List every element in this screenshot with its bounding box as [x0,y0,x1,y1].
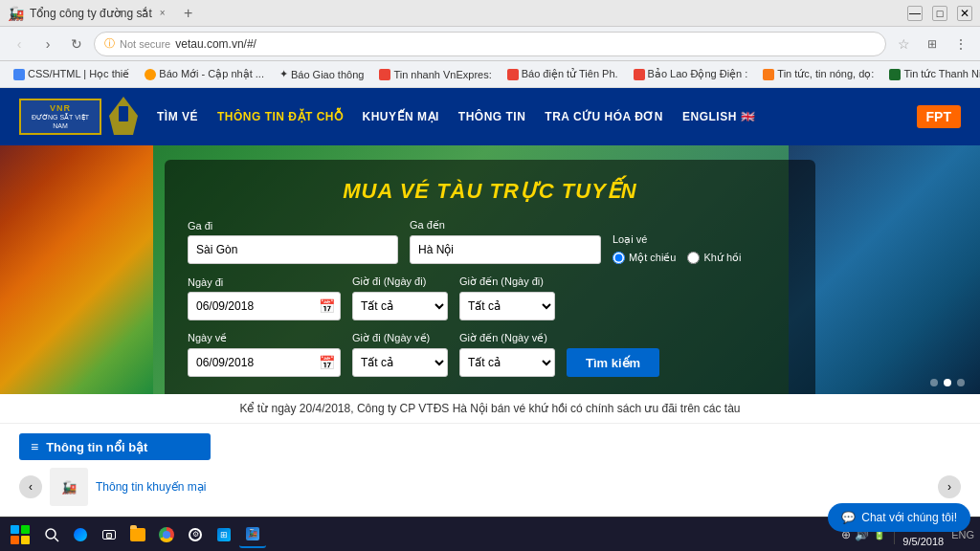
search-button[interactable]: Tìm kiếm [567,348,659,377]
radio-khu-hoi-input[interactable] [687,252,700,264]
explorer-icon [130,528,145,541]
carousel-dot-3[interactable] [957,379,965,386]
booking-form: MUA VÉ TÀU TRỰC TUYẾN Ga đi Ga đến Loại … [165,160,815,394]
nav-thong-tin-dat-cho[interactable]: THÔNG TIN ĐẶT CHỖ [217,110,344,123]
windows-icon [11,525,30,544]
gio-di-ngay-ve-label: Giờ đi (Ngày về) [352,332,448,344]
taskbar-pinned-icons: ⚙ ⊞ 🚂 [38,521,266,548]
lock-icon: ⓘ [104,36,115,51]
ngay-ve-input-wrapper: 📅 [188,348,341,377]
taskbar-active-app[interactable]: 🚂 [239,521,266,548]
gio-den-ngay-ve-label: Giờ đến (Ngày về) [459,332,555,344]
radio-khu-hoi[interactable]: Khứ hồi [687,252,741,264]
ngay-ve-group: Ngày về 📅 [188,332,341,377]
ga-di-input[interactable] [188,235,398,264]
bookmark-tintuc[interactable]: Tin tức, tin nóng, dọ: [757,66,880,82]
gio-den-ngay-di-group: Giờ đến (Ngày đi) Tất cả [459,276,555,320]
forward-btn[interactable]: › [36,33,59,55]
gio-di-ngay-ve-group: Giờ đi (Ngày về) Tất cả [352,332,448,377]
carousel-dot-2[interactable] [944,379,951,386]
address-input-bar[interactable]: ⓘ Not secure vetau.com.vn/#/ [94,32,886,56]
gio-den-ngay-di-select[interactable]: Tất cả [459,292,555,320]
bookmark-baogiaothong[interactable]: ✦ Báo Giao thông [274,66,369,82]
refresh-btn[interactable]: ↻ [65,33,88,55]
bookmark-thanhnien[interactable]: Tin tức Thanh Niên C [883,66,980,82]
taskbar-store[interactable]: ⊞ [211,521,237,548]
bookmark-icon [763,69,774,80]
logo-company-text: ĐƯỜNG SẮT VIỆT NAM [27,113,94,130]
bookmark-vnexpress[interactable]: Tin nhanh VnExpres: [373,67,497,82]
minimize-btn[interactable]: — [907,6,923,21]
gio-di-ngay-di-select[interactable]: Tất cả [352,292,448,320]
train-icon: 🚂 [61,480,77,495]
taskbar-file-explorer[interactable] [124,521,151,548]
loai-ve-group: Loại vé Một chiều Khứ hồi [612,233,742,264]
ga-di-label: Ga đi [188,220,398,231]
news-ticker: Kể từ ngày 20/4/2018, Công ty CP VTĐS Hà… [0,394,980,424]
bookmark-baomoi[interactable]: Báo Mới - Cập nhật ... [139,66,270,82]
ga-den-group: Ga đến [410,219,601,264]
section-header: ≡ Thông tin nổi bật [19,433,211,460]
address-bar: ‹ › ↻ ⓘ Not secure vetau.com.vn/#/ ☆ ⊞ ⋮ [0,27,980,61]
taskbar-settings[interactable]: ⚙ [182,521,209,548]
ngay-ve-input[interactable] [188,348,341,377]
news-ticker-text: Kể từ ngày 20/4/2018, Công ty CP VTĐS Hà… [239,402,740,415]
extensions-btn[interactable]: ⊞ [921,33,944,55]
gio-di-ngay-ve-select[interactable]: Tất cả [352,348,448,377]
ngay-di-group: Ngày đi 📅 [188,276,341,320]
bookmark-icon [889,69,901,80]
nav-tim-ve[interactable]: TÌM VÉ [157,110,198,123]
start-button[interactable] [6,521,34,548]
chrome-icon [159,527,174,542]
right-accent [789,145,980,394]
bookmark-laodong[interactable]: Bảo Lao Động Điện : [628,66,754,82]
form-row-1: Ga đi Ga đến Loại vé Một chiều [188,219,792,264]
calendar-icon-ngay-ve[interactable]: 📅 [319,355,335,370]
svg-point-1 [46,529,56,539]
chat-button[interactable]: 💬 Chat với chúng tôi! [828,503,970,532]
carousel-dots [930,379,965,386]
section-icon: ≡ [31,439,38,454]
ngay-di-input[interactable] [188,292,341,320]
bookmark-tienphong[interactable]: Báo điện tử Tiên Ph. [501,66,624,82]
site-header: VNR ĐƯỜNG SẮT VIỆT NAM TÌM VÉ THÔNG TIN … [0,88,980,145]
calendar-icon-ngay-di[interactable]: 📅 [319,298,335,314]
tray-date-text: 9/5/2018 [902,535,944,548]
title-bar: 🚂 Tổng công ty đường sắt × + — □ ✕ [0,0,980,27]
bookmark-star-btn[interactable]: ☆ [892,33,915,55]
search-btn-group: Tìm kiếm [567,348,659,377]
loai-ve-radio-group: Một chiều Khứ hồi [612,252,742,264]
menu-btn[interactable]: ⋮ [949,33,972,55]
content-nav: ‹ 🚂 Thông tin khuyến mại › [19,468,961,506]
taskbar-chrome[interactable] [153,521,180,548]
radio-mot-chieu[interactable]: Một chiều [612,252,676,264]
taskbar-cortana-btn[interactable] [67,521,94,548]
bookmark-icon [634,69,645,80]
maximize-btn[interactable]: □ [932,6,947,21]
bookmark-css-html[interactable]: CSS/HTML | Học thiế [8,66,135,82]
nav-tra-cuu[interactable]: TRA CỨU HÓA ĐƠN [545,110,663,123]
gio-den-ngay-ve-select[interactable]: Tất cả [459,348,555,377]
loai-ve-label: Loại vé [612,233,742,246]
taskbar-search-btn[interactable] [38,521,65,548]
radio-mot-chieu-input[interactable] [612,252,625,264]
nav-thong-tin[interactable]: THÔNG TIN [458,110,526,123]
nav-khuyen-mai[interactable]: KHUYẾN MẠI [363,110,439,123]
bookmarks-bar: CSS/HTML | Học thiế Báo Mới - Cập nhật .… [0,61,980,88]
close-btn[interactable]: ✕ [957,6,972,21]
next-arrow[interactable]: › [938,475,961,498]
prev-arrow[interactable]: ‹ [19,475,42,498]
nav-english[interactable]: ENGLISH 🇬🇧 [682,110,755,123]
ga-den-input[interactable] [410,235,601,264]
gio-di-ngay-di-group: Giờ đi (Ngày đi) Tất cả [352,276,448,320]
carousel-dot-1[interactable] [930,379,938,386]
left-accent [0,145,153,394]
new-tab-btn[interactable]: + [179,4,198,23]
ngay-ve-label: Ngày về [188,332,341,344]
gio-den-ngay-di-label: Giờ đến (Ngày đi) [459,276,555,288]
back-btn[interactable]: ‹ [8,33,31,55]
taskbar-task-view-btn[interactable] [96,521,122,548]
news-item-link[interactable]: Thông tin khuyến mại [96,480,206,494]
fpt-logo: FPT [917,105,961,128]
browser-window: 🚂 Tổng công ty đường sắt × + — □ ✕ ‹ › ↻… [0,0,980,551]
